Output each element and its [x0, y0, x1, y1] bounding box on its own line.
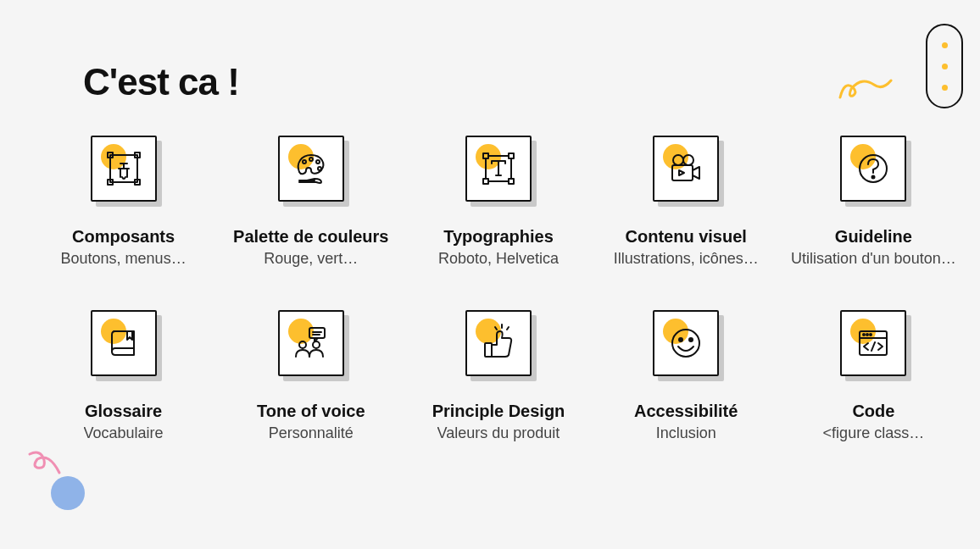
card-subtitle: Vocabulaire	[84, 424, 164, 442]
card-title: Palette de couleurs	[233, 227, 388, 247]
page-title: C'est ca !	[83, 61, 239, 103]
icon-box	[465, 136, 532, 202]
svg-point-8	[318, 167, 321, 170]
svg-point-31	[672, 330, 699, 357]
card-typographies[interactable]: Typographies Roboto, Helvetica	[409, 136, 587, 268]
svg-point-36	[863, 334, 865, 336]
more-button[interactable]	[926, 24, 963, 108]
circle-decoration-icon	[51, 476, 85, 510]
svg-point-25	[299, 341, 306, 348]
card-code[interactable]: Code <figure class…	[784, 310, 963, 442]
squiggle-decoration-icon	[836, 72, 895, 106]
video-camera-icon	[665, 148, 706, 189]
icon-box	[840, 310, 906, 376]
icon-box	[278, 310, 344, 376]
card-subtitle: Personnalité	[269, 424, 354, 442]
card-title: Accessibilité	[634, 402, 738, 421]
card-palette[interactable]: Palette de couleurs Rouge, vert…	[221, 136, 400, 268]
card-title: Code	[852, 402, 894, 421]
thumbs-up-icon	[478, 323, 519, 363]
svg-point-7	[316, 160, 320, 164]
card-glossaire[interactable]: Glossaire Vocabulaire	[34, 310, 213, 442]
icon-box	[465, 310, 532, 376]
people-chat-icon	[291, 323, 331, 363]
card-subtitle: Roboto, Helvetica	[438, 250, 559, 268]
icon-box	[653, 310, 719, 376]
card-title: Typographies	[443, 227, 554, 247]
card-title: Principle Design	[432, 402, 565, 421]
components-icon	[103, 148, 144, 189]
svg-line-30	[507, 327, 509, 330]
card-subtitle: <figure class…	[823, 424, 925, 442]
palette-icon	[291, 148, 331, 189]
card-subtitle: Valeurs du produit	[437, 424, 560, 442]
card-grid: Composants Boutons, menus… Palette de co…	[34, 136, 963, 442]
icon-box	[840, 136, 906, 202]
dot-icon	[942, 42, 948, 48]
card-subtitle: Rouge, vert…	[264, 250, 358, 268]
card-title: Guideline	[835, 227, 912, 247]
card-subtitle: Illustrations, icônes…	[614, 250, 759, 268]
svg-point-17	[673, 155, 683, 165]
svg-point-37	[866, 334, 868, 336]
svg-point-6	[309, 158, 313, 161]
svg-point-33	[689, 338, 693, 341]
typography-icon	[478, 148, 519, 189]
question-icon	[853, 148, 894, 189]
svg-line-29	[495, 327, 497, 330]
card-tone-of-voice[interactable]: Tone of voice Personnalité	[221, 310, 400, 442]
smile-icon	[665, 323, 706, 363]
svg-point-18	[683, 155, 693, 165]
icon-box	[91, 310, 157, 376]
code-window-icon	[853, 323, 894, 363]
squiggle-decoration-icon	[25, 447, 68, 481]
svg-point-38	[870, 334, 871, 336]
card-subtitle: Utilisation d'un bouton…	[791, 250, 956, 268]
card-subtitle: Inclusion	[656, 424, 716, 442]
card-title: Tone of voice	[257, 402, 365, 421]
card-contenu-visuel[interactable]: Contenu visuel Illustrations, icônes…	[597, 136, 776, 268]
icon-box	[91, 136, 157, 202]
card-title: Contenu visuel	[626, 227, 747, 247]
svg-rect-27	[485, 343, 492, 357]
card-subtitle: Boutons, menus…	[61, 250, 187, 268]
svg-point-21	[872, 176, 875, 179]
icon-box	[653, 136, 719, 202]
card-accessibilite[interactable]: Accessibilité Inclusion	[597, 310, 776, 442]
svg-point-26	[313, 341, 320, 348]
card-composants[interactable]: Composants Boutons, menus…	[34, 136, 213, 268]
book-icon	[103, 323, 144, 363]
card-principle-design[interactable]: Principle Design Valeurs du produit	[409, 310, 587, 442]
svg-line-39	[871, 342, 875, 351]
card-guideline[interactable]: Guideline Utilisation d'un bouton…	[784, 136, 963, 268]
svg-point-32	[679, 338, 682, 341]
card-title: Composants	[72, 227, 175, 247]
dot-icon	[942, 64, 948, 69]
dot-icon	[942, 85, 948, 91]
card-title: Glossaire	[85, 402, 162, 421]
icon-box	[278, 136, 344, 202]
svg-point-5	[303, 160, 306, 164]
